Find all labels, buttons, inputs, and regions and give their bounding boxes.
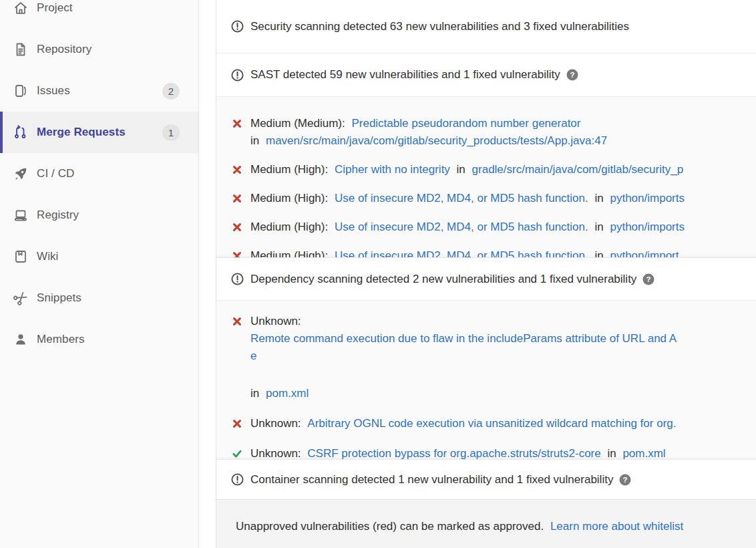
sidebar-item-issues[interactable]: Issues 2 <box>0 70 198 112</box>
dependency-vulnerability-list: Unknown: Remote command execution due to… <box>216 301 756 459</box>
sidebar-item-repository[interactable]: Repository <box>0 29 198 70</box>
vulnerability-link[interactable]: Remote command execution due to flaw in … <box>250 332 677 345</box>
file-path-link[interactable]: python/import <box>610 249 679 257</box>
failed-x-icon <box>232 223 242 232</box>
vulnerability-row: Medium (High): Use of insecure MD2, MD4,… <box>216 219 756 236</box>
vulnerability-link[interactable]: Use of insecure MD2, MD4, or MD5 hash fu… <box>335 249 588 257</box>
learn-more-whitelist-link[interactable]: Learn more about whitelist <box>550 520 683 533</box>
blank-line <box>250 365 677 385</box>
severity-label: Medium (High): <box>250 221 328 233</box>
sidebar-item-wiki[interactable]: Wiki <box>0 236 198 277</box>
sidebar-item-label: Wiki <box>37 250 59 263</box>
severity-label: Medium (High): <box>250 163 328 176</box>
help-icon[interactable]: ? <box>642 273 654 285</box>
container-registry-icon <box>13 207 29 223</box>
sast-vulnerability-list: Medium (Medium): Predictable pseudorando… <box>216 97 756 257</box>
vulnerability-row-clipped: Unknown: CSRF protection bypass for org.… <box>216 445 756 459</box>
vulnerability-row-clipped: Medium (High): Use of insecure MD2, MD4,… <box>216 247 756 257</box>
issues-icon <box>13 83 29 99</box>
sidebar-item-label: Issues <box>37 84 70 98</box>
merge-request-icon <box>13 124 29 140</box>
container-scanning-row: Container scanning detected 1 new vulner… <box>216 459 756 500</box>
vulnerability-link[interactable]: CSRF protection bypass for org.apache.st… <box>307 447 600 459</box>
help-icon[interactable]: ? <box>566 69 578 81</box>
severity-label: Unknown: <box>250 447 301 459</box>
whitelist-footer-note: Unapproved vulnerabilities (red) can be … <box>216 500 756 548</box>
file-path-link[interactable]: python/imports <box>610 192 685 204</box>
sidebar-item-label: CI / CD <box>37 167 74 180</box>
severity-label: Medium (Medium): <box>250 117 345 130</box>
file-path-link[interactable]: pom.xml <box>622 447 665 459</box>
svg-text:?: ? <box>623 476 628 484</box>
in-label: in <box>457 163 465 176</box>
in-label: in <box>595 221 604 233</box>
dependency-summary-text: Dependency scanning detected 2 new vulne… <box>250 273 636 286</box>
file-path-link[interactable]: maven/src/main/java/com/gitlab/security_… <box>266 134 607 147</box>
vulnerability-link[interactable]: Cipher with no integrity <box>335 163 450 176</box>
issues-count-badge: 2 <box>162 83 180 100</box>
in-label: in <box>595 249 604 257</box>
sidebar-item-snippets[interactable]: Snippets <box>0 277 198 319</box>
vulnerability-row: Medium (High): Use of insecure MD2, MD4,… <box>216 190 756 207</box>
failed-x-icon <box>232 165 242 174</box>
severity-label: Unknown: <box>250 315 301 327</box>
sidebar-item-label: Snippets <box>37 291 81 305</box>
sast-summary-text: SAST detected 59 new vulnerabilities and… <box>250 68 560 82</box>
security-summary-text: Security scanning detected 63 new vulner… <box>250 20 629 33</box>
severity-label: Unknown: <box>250 417 301 430</box>
in-label: in <box>607 447 616 459</box>
sidebar-nav-list: Project Repository Issues 2 <box>0 0 198 360</box>
security-summary-row: Security scanning detected 63 new vulner… <box>216 0 756 53</box>
svg-text:?: ? <box>646 275 651 283</box>
failed-x-icon <box>232 317 242 326</box>
failed-x-icon <box>232 119 242 128</box>
vulnerability-row: Unknown: Remote command execution due to… <box>216 313 756 402</box>
sidebar-item-merge-requests[interactable]: Merge Requests 1 <box>0 112 198 153</box>
sidebar-item-ci-cd[interactable]: CI / CD <box>0 153 198 194</box>
project-sidebar: Project Repository Issues 2 <box>0 0 199 548</box>
file-path-link[interactable]: gradle/src/main/java/com/gitlab/security… <box>472 163 684 176</box>
vulnerability-link[interactable]: Use of insecure MD2, MD4, or MD5 hash fu… <box>335 221 588 233</box>
dependency-scanning-row: Dependency scanning detected 2 new vulne… <box>216 257 756 301</box>
failed-x-icon <box>232 419 242 428</box>
sidebar-item-registry[interactable]: Registry <box>0 194 198 236</box>
file-path-link[interactable]: python/imports <box>610 221 685 233</box>
vulnerability-link-wrap[interactable]: e <box>250 350 256 362</box>
vulnerability-link[interactable]: Use of insecure MD2, MD4, or MD5 hash fu… <box>335 192 588 204</box>
merge-requests-count-badge: 1 <box>162 124 180 141</box>
alert-circle-icon <box>231 273 244 285</box>
footer-text: Unapproved vulnerabilities (red) can be … <box>236 520 544 533</box>
members-icon <box>13 331 29 348</box>
security-report-widget: Security scanning detected 63 new vulner… <box>216 0 756 548</box>
container-summary-text: Container scanning detected 1 new vulner… <box>250 473 613 487</box>
sidebar-item-label: Registry <box>37 209 79 222</box>
document-icon <box>13 41 29 57</box>
failed-x-icon <box>232 194 242 203</box>
help-icon[interactable]: ? <box>619 474 631 486</box>
vulnerability-row: Medium (High): Cipher with no integrity … <box>216 161 756 178</box>
home-icon <box>13 0 29 16</box>
sast-report-row: SAST detected 59 new vulnerabilities and… <box>216 53 756 97</box>
failed-x-icon <box>232 251 242 257</box>
vulnerability-row: Medium (Medium): Predictable pseudorando… <box>216 115 756 150</box>
sidebar-item-label: Repository <box>37 43 91 56</box>
vulnerability-link[interactable]: Arbitrary OGNL code execution via unsani… <box>307 417 676 430</box>
rocket-icon <box>13 166 29 182</box>
sidebar-item-label: Merge Requests <box>37 126 126 139</box>
in-label: in <box>250 134 259 147</box>
sidebar-item-members[interactable]: Members <box>0 319 198 360</box>
severity-label: Medium (High): <box>250 249 328 257</box>
vulnerability-link[interactable]: Predictable pseudorandom number generato… <box>351 117 580 130</box>
alert-circle-icon <box>231 69 244 82</box>
wiki-icon <box>13 249 29 265</box>
vulnerability-row: Unknown: Arbitrary OGNL code execution v… <box>216 415 756 432</box>
sidebar-item-project[interactable]: Project <box>0 0 198 29</box>
severity-label: Medium (High): <box>250 192 328 204</box>
in-label: in <box>250 387 259 400</box>
alert-circle-icon <box>231 20 244 33</box>
in-label: in <box>595 192 604 204</box>
svg-text:?: ? <box>570 71 574 79</box>
sidebar-item-label: Project <box>37 1 73 15</box>
snippets-icon <box>13 290 29 306</box>
file-path-link[interactable]: pom.xml <box>266 387 309 400</box>
